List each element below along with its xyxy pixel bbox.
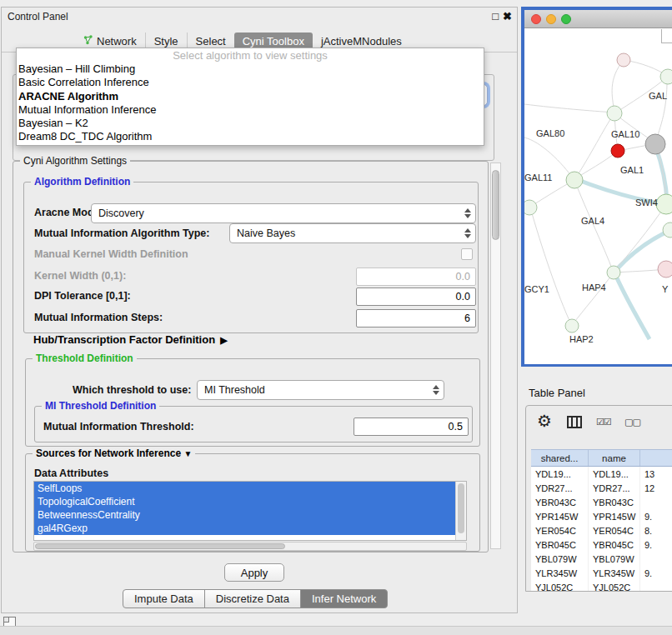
- data-attributes-label: Data Attributes: [34, 468, 108, 479]
- minimize-traffic-light[interactable]: [546, 14, 556, 24]
- node-table: shared... name YDL19...YDL19...13 YDR27.…: [531, 449, 672, 591]
- dpi-tolerance-field[interactable]: [356, 288, 476, 306]
- cell[interactable]: YBR043C: [531, 495, 589, 509]
- cell[interactable]: YPR145W: [589, 509, 640, 523]
- network-view-window: GAL80 GAL10 GAL GAL11 GAL1 SWI4 GAL4 GCY…: [521, 7, 672, 367]
- cell[interactable]: [640, 552, 672, 566]
- column-header-shared-name[interactable]: shared...: [531, 450, 589, 466]
- cell[interactable]: YBR045C: [531, 538, 589, 552]
- deselect-all-columns-icon[interactable]: ▢▢: [624, 417, 640, 428]
- dropdown-item-selected[interactable]: ARACNE Algorithm: [17, 90, 484, 103]
- mi-steps-field[interactable]: [356, 309, 476, 328]
- dropdown-item[interactable]: Basic Correlation Inference: [17, 76, 484, 89]
- group-title: Threshold Definition: [33, 352, 137, 364]
- cell[interactable]: YLR345W: [589, 566, 640, 580]
- table-row[interactable]: YER054CYER054C8.: [531, 523, 672, 538]
- attribute-item-selected[interactable]: BetweennessCentrality: [34, 508, 455, 522]
- column-header-name[interactable]: name: [589, 450, 640, 466]
- hub-transcription-factor-section[interactable]: Hub/Transcription Factor Definition▶: [33, 333, 228, 346]
- table-row[interactable]: YPR145WYPR145W9.: [531, 509, 672, 523]
- show-columns-icon[interactable]: [567, 416, 582, 428]
- table-row[interactable]: YDR27...YDR27...12: [531, 481, 672, 495]
- section-label: Hub/Transcription Factor Definition: [33, 333, 215, 346]
- dropdown-item[interactable]: Bayesian – Hill Climbing: [17, 62, 484, 76]
- cell[interactable]: YBR045C: [589, 538, 640, 552]
- cell[interactable]: 8.: [640, 523, 672, 538]
- table-row[interactable]: YJL052CYJL052C: [531, 580, 672, 592]
- cell[interactable]: YBR043C: [589, 495, 640, 509]
- scrollbar-thumb[interactable]: [492, 170, 499, 240]
- network-node[interactable]: [617, 53, 630, 67]
- network-canvas[interactable]: GAL80 GAL10 GAL GAL11 GAL1 SWI4 GAL4 GCY…: [524, 29, 672, 364]
- cell[interactable]: YDR27...: [531, 481, 589, 495]
- network-node[interactable]: [565, 319, 579, 332]
- network-node[interactable]: [607, 106, 622, 121]
- network-window-titlebar[interactable]: [524, 10, 672, 28]
- column-header-clipped[interactable]: [640, 450, 672, 466]
- network-node-selected-red[interactable]: [611, 144, 624, 158]
- cell[interactable]: YER054C: [531, 523, 589, 538]
- aracne-mode-combobox[interactable]: Discovery: [91, 203, 476, 223]
- threshold-definition-group: Threshold Definition Which threshold to …: [25, 358, 480, 447]
- cell[interactable]: YBL079W: [589, 552, 640, 566]
- manual-kernel-width-checkbox[interactable]: [461, 248, 473, 260]
- cell[interactable]: YPR145W: [531, 509, 589, 523]
- attribute-item-selected[interactable]: gal4RGexp: [34, 522, 455, 535]
- table-row[interactable]: YDL19...YDL19...13: [531, 467, 672, 481]
- cell[interactable]: 13: [640, 467, 672, 481]
- sources-section-header[interactable]: Sources for Network Inference ▼: [33, 448, 195, 459]
- scrollbar-thumb[interactable]: [458, 483, 464, 533]
- zoom-traffic-light[interactable]: [561, 14, 571, 24]
- network-node[interactable]: [566, 172, 583, 188]
- table-row[interactable]: YBL079WYBL079W: [531, 552, 672, 566]
- cell[interactable]: 9.: [640, 566, 672, 580]
- settings-vertical-scrollbar[interactable]: [490, 162, 501, 549]
- cell[interactable]: 9.: [640, 538, 672, 552]
- cell[interactable]: YER054C: [589, 523, 640, 538]
- cell[interactable]: YLR345W: [531, 566, 589, 580]
- table-header-row: shared... name: [531, 449, 672, 467]
- float-panel-icon[interactable]: □: [492, 10, 499, 22]
- table-panel-title: Table Panel: [529, 387, 585, 399]
- kernel-width-field[interactable]: [356, 268, 476, 286]
- mi-threshold-field[interactable]: [354, 418, 469, 436]
- table-row[interactable]: YBR043CYBR043C: [531, 495, 672, 509]
- apply-button[interactable]: Apply: [224, 563, 284, 582]
- table-row[interactable]: YBR045CYBR045C9.: [531, 538, 672, 552]
- tab-infer-network[interactable]: Infer Network: [300, 589, 388, 608]
- close-traffic-light[interactable]: [531, 14, 541, 24]
- tab-discretize-data[interactable]: Discretize Data: [204, 589, 301, 608]
- network-node[interactable]: [656, 194, 672, 214]
- attribute-item-selected[interactable]: TopologicalCoefficient: [34, 495, 455, 508]
- cell[interactable]: 12: [640, 481, 672, 495]
- mi-algorithm-type-combobox[interactable]: Naive Bayes: [229, 223, 476, 243]
- dropdown-item[interactable]: Dream8 DC_TDC Algorithm: [17, 130, 484, 143]
- scrollbar-thumb[interactable]: [35, 543, 285, 549]
- gear-icon[interactable]: ⚙: [537, 411, 552, 431]
- cell[interactable]: YDL19...: [531, 467, 589, 481]
- dropdown-item[interactable]: Bayesian – K2: [17, 117, 484, 130]
- network-node-pink[interactable]: [658, 261, 672, 278]
- cell[interactable]: [640, 495, 672, 509]
- network-node[interactable]: [607, 266, 620, 279]
- attribute-item-selected[interactable]: SelfLoops: [34, 482, 455, 495]
- cell[interactable]: YDR27...: [589, 481, 640, 495]
- cell[interactable]: YJL052C: [589, 580, 640, 592]
- list-horizontal-scrollbar[interactable]: [33, 542, 467, 551]
- list-vertical-scrollbar[interactable]: [455, 482, 466, 540]
- cell[interactable]: YJL052C: [531, 580, 589, 592]
- table-row[interactable]: YLR345WYLR345W9.: [531, 566, 672, 580]
- cell[interactable]: YBL079W: [531, 552, 589, 566]
- network-node-gray[interactable]: [645, 134, 665, 154]
- cell[interactable]: [640, 580, 672, 592]
- select-all-columns-icon[interactable]: ☑☑: [596, 417, 611, 428]
- network-node[interactable]: [524, 200, 537, 215]
- network-node[interactable]: [660, 69, 672, 84]
- which-threshold-combobox[interactable]: MI Threshold: [197, 380, 444, 400]
- cell[interactable]: 9.: [640, 509, 672, 523]
- combobox-arrows-icon: [464, 204, 471, 222]
- dropdown-item[interactable]: Mutual Information Inference: [17, 103, 484, 117]
- tab-impute-data[interactable]: Impute Data: [123, 589, 205, 608]
- cell[interactable]: YDL19...: [589, 467, 640, 481]
- close-icon[interactable]: ✖: [503, 10, 512, 22]
